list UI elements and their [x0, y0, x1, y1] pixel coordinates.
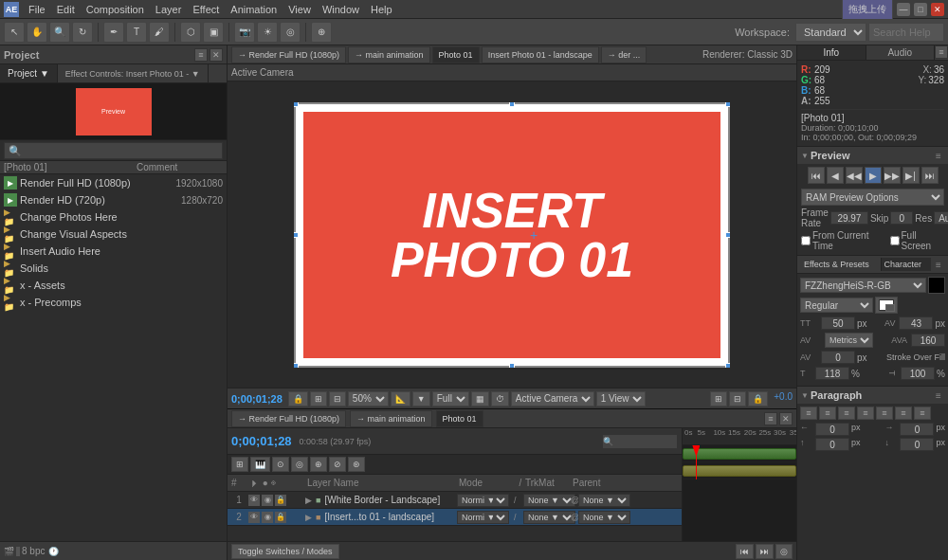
layer-lock-1[interactable]: 🔒 — [275, 495, 286, 506]
tool-shape[interactable]: ▣ — [203, 22, 224, 43]
tool-null[interactable]: ◎ — [280, 22, 301, 43]
col-name[interactable]: [Photo 01] — [4, 162, 127, 172]
resolution-select-prev[interactable]: Auto — [934, 211, 948, 225]
color-preview[interactable] — [875, 297, 898, 314]
list-item[interactable]: ▶ 📁 Change Photos Here — [0, 208, 227, 226]
resolution-select[interactable]: Full — [432, 391, 469, 406]
viewer-ctrl-right3[interactable]: 🔒 — [748, 391, 768, 406]
timeline-tab-main[interactable]: → main animation — [350, 410, 432, 427]
viewer-ctrl-btn2[interactable]: ⊞ — [310, 391, 327, 406]
mode-select-1[interactable]: Normi ▼ — [457, 494, 509, 507]
align-justify-left[interactable]: ≡ — [857, 406, 874, 420]
handle-right[interactable] — [725, 232, 730, 238]
preview-menu-btn[interactable]: ≡ — [933, 150, 944, 161]
style-select[interactable]: Regular — [800, 298, 873, 313]
prev-play[interactable]: ▶ — [865, 167, 882, 184]
comp-tab-photo01[interactable]: Photo 01 — [432, 46, 480, 63]
tab-audio[interactable]: Audio — [866, 45, 936, 60]
tab-info[interactable]: Info — [797, 45, 866, 60]
skip-input[interactable] — [890, 211, 913, 225]
mode-select-2[interactable]: Normi ▼ — [457, 511, 509, 524]
tool-pen[interactable]: ✒ — [103, 22, 124, 43]
tl-btn3[interactable]: ⊙ — [272, 457, 289, 472]
viewer-ctrl-btn5[interactable]: ▼ — [412, 391, 430, 406]
metrics-select[interactable]: Metrics — [825, 333, 873, 348]
layer-eye-2[interactable]: 👁 — [248, 512, 260, 523]
text-color-swatch[interactable] — [928, 277, 945, 294]
font-size-input[interactable] — [821, 316, 855, 330]
project-close-btn[interactable]: ✕ — [210, 48, 223, 62]
menu-window[interactable]: Window — [317, 0, 365, 19]
layer-lock-2[interactable]: 🔒 — [275, 512, 286, 523]
prev-first-frame[interactable]: ⏮ — [808, 167, 825, 184]
comp-tab-der[interactable]: → der ... — [601, 46, 647, 63]
align-right[interactable]: ≡ — [838, 406, 855, 420]
prev-back[interactable]: ◀◀ — [846, 167, 863, 184]
paragraph-menu-btn[interactable]: ≡ — [933, 389, 944, 401]
tab-effect-controls[interactable]: Effect Controls: Insert Photo 01 - ▼ — [58, 64, 209, 82]
menu-layer[interactable]: Layer — [150, 0, 188, 19]
align-justify-right[interactable]: ≡ — [895, 406, 912, 420]
track-bar-2[interactable] — [683, 465, 796, 477]
layer-search-input[interactable] — [602, 434, 678, 449]
menu-help[interactable]: Help — [365, 0, 398, 19]
tl-footer-btn1[interactable]: ⏮ — [736, 544, 754, 559]
tool-rotate[interactable]: ↻ — [72, 22, 93, 43]
viewer-ctrl-btn7[interactable]: ⏱ — [491, 391, 509, 406]
handle-bottom-left[interactable] — [294, 363, 299, 368]
layer-row-2[interactable]: 2 👁 ◉ 🔒 ▶ ■ [Insert...to 01 - landscape] — [228, 509, 682, 526]
maximize-button[interactable]: □ — [914, 3, 927, 16]
trkmat-select-1[interactable]: None ▼ — [523, 494, 575, 507]
layer-solo-1[interactable]: ◉ — [262, 495, 273, 506]
prev-next-frame[interactable]: ▶| — [902, 167, 920, 184]
space-before-input[interactable] — [815, 438, 849, 451]
handle-top-right[interactable] — [725, 102, 730, 107]
list-item[interactable]: ▶ 📁 x - Precomps — [0, 294, 227, 311]
close-button[interactable]: ✕ — [931, 3, 944, 16]
font-select[interactable]: FZZhengHeiS-R-GB — [800, 278, 926, 293]
handle-left[interactable] — [294, 232, 299, 238]
space-after-input[interactable] — [900, 438, 934, 451]
workspace-select[interactable]: Standard — [795, 23, 866, 42]
kerning-input[interactable] — [899, 316, 933, 330]
align-justify-center[interactable]: ≡ — [876, 406, 893, 420]
menu-file[interactable]: File — [23, 0, 51, 19]
layer-solo-2[interactable]: ◉ — [262, 512, 273, 523]
menu-effect[interactable]: Effect — [187, 0, 225, 19]
viewer-ctrl-right2[interactable]: ⊟ — [729, 391, 746, 406]
tool-zoom[interactable]: 🔍 — [49, 22, 70, 43]
tl-footer-btn3[interactable]: ◎ — [775, 544, 793, 559]
align-center[interactable]: ≡ — [819, 406, 836, 420]
tool-brush[interactable]: 🖌 — [149, 22, 170, 43]
parent-select-1[interactable]: None ▼ — [578, 494, 630, 507]
effects-menu-btn[interactable]: ≡ — [933, 259, 944, 270]
tl-footer-btn2[interactable]: ⏭ — [756, 544, 774, 559]
tl-btn1[interactable]: ⊞ — [231, 457, 248, 472]
tool-mask[interactable]: ⬡ — [180, 22, 201, 43]
viewer-ctrl-btn6[interactable]: ▦ — [471, 391, 489, 406]
tracking-input[interactable] — [911, 334, 945, 347]
list-item[interactable]: ▶ 📁 x - Assets — [0, 277, 227, 294]
canvas-area[interactable]: INSERT PHOTO 01 — [228, 81, 796, 388]
handle-top[interactable] — [509, 102, 515, 107]
tool-hand[interactable]: ✋ — [27, 22, 47, 43]
menu-view[interactable]: View — [283, 0, 317, 19]
handle-bottom-right[interactable] — [725, 363, 730, 368]
indent-left-input[interactable] — [815, 423, 849, 436]
timeline-tab-render[interactable]: → Render Full HD (1080p) — [231, 410, 346, 427]
tl-btn5[interactable]: ⊕ — [310, 457, 327, 472]
col-comment[interactable]: Comment — [137, 162, 223, 172]
list-item[interactable]: ▶ 📁 Solids — [0, 260, 227, 277]
list-item[interactable]: ▶ Render Full HD (1080p) 1920x1080 — [0, 174, 227, 191]
list-item[interactable]: ▶ 📁 Change Visual Aspects — [0, 226, 227, 243]
handle-bottom[interactable] — [509, 363, 515, 368]
frame-rate-input[interactable] — [830, 211, 868, 225]
parent-select-2[interactable]: None ▼ — [578, 511, 630, 524]
comp-tab-insert[interactable]: Insert Photo 01 - landscape — [482, 46, 599, 63]
layer-eye-1[interactable]: 👁 — [248, 495, 260, 506]
tool-camera[interactable]: 📷 — [234, 22, 255, 43]
search-input[interactable] — [868, 23, 944, 42]
tl-btn2[interactable]: 🎹 — [250, 457, 270, 472]
effects-presets-tab[interactable]: Effects & Presets — [801, 258, 882, 271]
minimize-button[interactable]: — — [897, 3, 910, 16]
